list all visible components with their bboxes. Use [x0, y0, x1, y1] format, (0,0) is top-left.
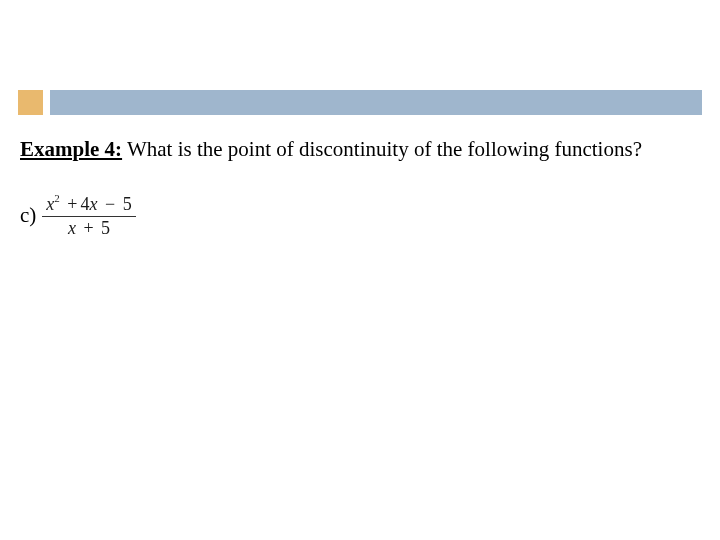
example-label: Example 4: — [20, 137, 122, 161]
var-x2: x — [89, 194, 97, 214]
slide-content: Example 4: What is the point of disconti… — [0, 118, 720, 239]
question-text: What is the point of discontinuity of th… — [122, 137, 642, 161]
title-bar — [50, 90, 702, 115]
op-minus: − — [102, 194, 118, 214]
slide-header — [0, 0, 720, 118]
part-c: c) x2 +4x − 5 x + 5 — [20, 193, 700, 238]
question-block: Example 4: What is the point of disconti… — [20, 136, 700, 163]
fraction-bar — [42, 216, 135, 217]
numerator: x2 +4x − 5 — [42, 193, 135, 215]
accent-square — [18, 90, 43, 115]
den-op-plus: + — [80, 218, 96, 238]
const-5: 5 — [123, 194, 132, 214]
part-label: c) — [20, 202, 36, 229]
denominator: x + 5 — [64, 218, 114, 239]
den-const-5: 5 — [101, 218, 110, 238]
op-plus: + — [64, 194, 80, 214]
rational-expression: x2 +4x − 5 x + 5 — [42, 193, 135, 238]
den-var-x: x — [68, 218, 76, 238]
exponent: 2 — [54, 192, 60, 204]
